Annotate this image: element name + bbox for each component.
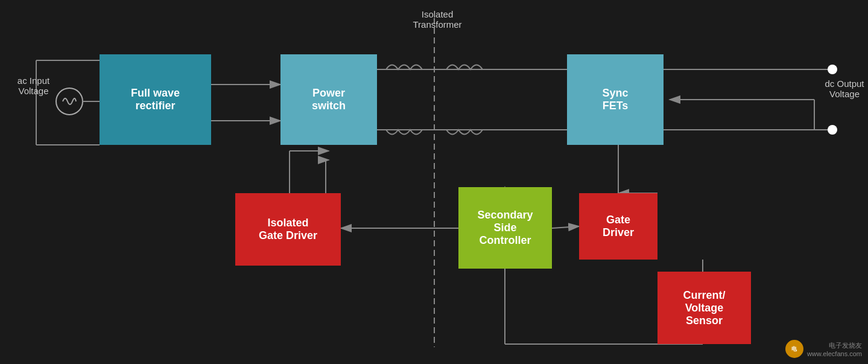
full-wave-rectifier-label: Full waverectifier (131, 87, 180, 112)
current-voltage-sensor-label: Current/VoltageSensor (683, 289, 725, 327)
gate-driver-label: GateDriver (603, 214, 634, 239)
gate-driver-block: GateDriver (579, 193, 657, 260)
current-voltage-sensor-block: Current/VoltageSensor (657, 272, 751, 344)
ac-input-voltage-label: ac InputVoltage (5, 75, 62, 96)
secondary-side-controller-label: SecondarySideController (477, 209, 533, 247)
watermark-line1: 电子发烧友 (807, 341, 862, 350)
svg-point-14 (828, 125, 837, 135)
secondary-side-controller-block: SecondarySideController (458, 187, 552, 269)
power-switch-block: Powerswitch (280, 54, 377, 145)
svg-line-27 (552, 226, 579, 228)
watermark-line2: www.elecfans.com (807, 350, 862, 357)
full-wave-rectifier-block: Full waverectifier (100, 54, 211, 145)
isolated-gate-driver-block: IsolatedGate Driver (235, 193, 341, 266)
sync-fets-block: SyncFETs (567, 54, 664, 145)
isolated-transformer-label: IsolatedTransformer (398, 9, 477, 30)
watermark: 电 电子发烧友 www.elecfans.com (785, 340, 862, 358)
sync-fets-label: SyncFETs (602, 87, 628, 112)
isolated-gate-driver-label: IsolatedGate Driver (259, 217, 317, 242)
svg-point-13 (828, 65, 837, 74)
dc-output-voltage-label: dc OutputVoltage (817, 78, 868, 99)
power-switch-label: Powerswitch (312, 87, 346, 112)
